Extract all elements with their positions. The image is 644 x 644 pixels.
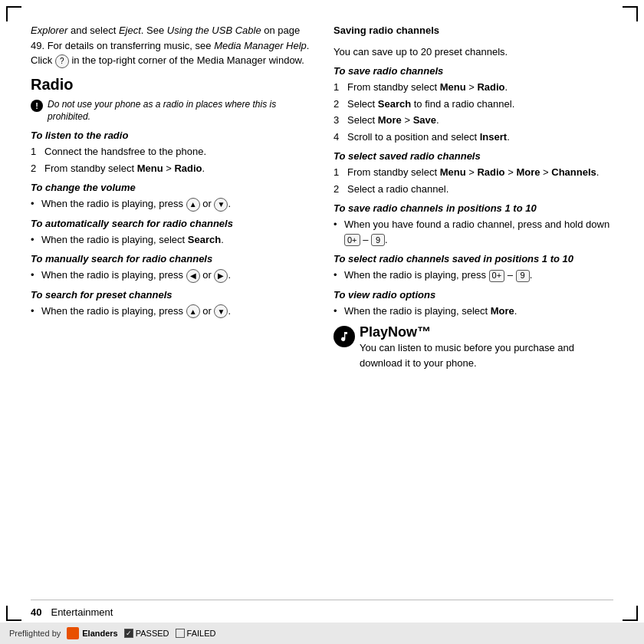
select-saved-step-1: 1 From standby select Menu > Radio > Mor… — [334, 165, 613, 180]
volume-step-1: • When the radio is playing, press ▲ or … — [31, 196, 310, 212]
save-step-1: 1 From standby select Menu > Radio. — [334, 80, 613, 95]
passed-box: ✓ PASSED — [124, 629, 169, 638]
notice-text: Do not use your phone as a radio in plac… — [48, 98, 310, 124]
select-positions-list: • When the radio is playing, press 0+ – … — [334, 268, 613, 283]
key-9-2: 9 — [516, 270, 530, 282]
manual-search-heading: To manually search for radio channels — [31, 253, 310, 264]
save-steps-list: 1 From standby select Menu > Radio. 2 Se… — [334, 80, 613, 144]
page-number-line: 40 Entertainment — [31, 606, 613, 618]
save-heading: To save radio channels — [334, 65, 613, 77]
down-nav-arrow: ▼ — [214, 304, 228, 318]
radio-title: Radio — [31, 76, 310, 94]
listen-step-2: 2 From standby select Menu > Radio. — [31, 161, 310, 176]
intro-paragraph: Explorer and select Eject. See Using the… — [31, 23, 310, 68]
corner-mark-tr — [623, 6, 638, 21]
save-step-3: 3 Select More > Save. — [334, 113, 613, 128]
save-step-4: 4 Scroll to a position and select Insert… — [334, 130, 613, 145]
key-9: 9 — [371, 234, 385, 246]
footer-divider — [31, 600, 613, 600]
volume-heading: To change the volume — [31, 182, 310, 193]
view-options-step-1: • When the radio is playing, select More… — [334, 304, 613, 319]
intro-usb: Using the USB Cable — [167, 25, 261, 36]
intro-italic: Explorer — [31, 25, 67, 36]
listen-steps-list: 1 Connect the handsfree to the phone. 2 … — [31, 144, 310, 176]
right-column: Saving radio channels You can save up to… — [334, 23, 613, 376]
saving-title: Saving radio channels — [334, 25, 439, 36]
elanders-logo: Elanders — [67, 627, 117, 639]
preset-step-1: • When the radio is playing, press ▲ or … — [31, 304, 310, 319]
corner-mark-br — [623, 606, 638, 621]
saving-desc: You can save up to 20 preset channels. — [334, 44, 613, 60]
view-options-heading: To view radio options — [334, 289, 613, 301]
playnow-content: PlayNow™ You can listen to music before … — [360, 324, 613, 376]
save-step-2: 2 Select Search to find a radio channel. — [334, 97, 613, 112]
save-positions-step-1: • When you have found a radio channel, p… — [334, 217, 613, 247]
footer: 40 Entertainment — [31, 595, 613, 621]
passed-checkbox: ✓ — [124, 629, 133, 638]
up-nav-arrow: ▲ — [186, 304, 200, 318]
page-number: 40 — [31, 606, 41, 618]
failed-box: FAILED — [176, 629, 216, 638]
playnow-desc: You can listen to music before you purch… — [360, 340, 613, 370]
playnow-title: PlayNow™ — [360, 324, 613, 340]
page-container: Explorer and select Eject. See Using the… — [0, 0, 644, 644]
failed-checkbox — [176, 629, 185, 638]
select-positions-step-1: • When the radio is playing, press 0+ – … — [334, 268, 613, 283]
corner-mark-bl — [6, 606, 21, 621]
select-saved-list: 1 From standby select Menu > Radio > Mor… — [334, 165, 613, 196]
listen-step-1: 1 Connect the handsfree to the phone. — [31, 144, 310, 159]
playnow-section: PlayNow™ You can listen to music before … — [334, 324, 613, 376]
select-saved-heading: To select saved radio channels — [334, 150, 613, 162]
volume-steps-list: • When the radio is playing, press ▲ or … — [31, 196, 310, 212]
intro-eject: Eject — [119, 25, 141, 36]
preflighted-label: Preflighted by — [9, 629, 61, 638]
failed-label: FAILED — [187, 629, 216, 638]
auto-search-heading: To automatically search for radio channe… — [31, 218, 310, 229]
save-positions-list: • When you have found a radio channel, p… — [334, 217, 613, 247]
manual-search-step-1: • When the radio is playing, press ◀ or … — [31, 268, 310, 283]
down-arrow: ▼ — [214, 198, 228, 212]
listen-heading: To listen to the radio — [31, 130, 310, 141]
preset-list: • When the radio is playing, press ▲ or … — [31, 304, 310, 319]
auto-search-list: • When the radio is playing, select Sear… — [31, 232, 310, 248]
notice-icon: ! — [31, 100, 43, 112]
preset-heading: To search for preset channels — [31, 289, 310, 301]
corner-mark-tl — [6, 6, 21, 21]
view-options-list: • When the radio is playing, select More… — [334, 304, 613, 319]
save-positions-heading: To save radio channels in positions 1 to… — [334, 202, 613, 214]
passed-label: PASSED — [136, 629, 169, 638]
elanders-icon — [67, 627, 79, 639]
preflighted-bar: Preflighted by Elanders ✓ PASSED FAILED — [0, 623, 644, 644]
music-note-icon — [338, 330, 350, 343]
left-column: Explorer and select Eject. See Using the… — [31, 23, 310, 376]
notice-box: ! Do not use your phone as a radio in pl… — [31, 98, 310, 124]
help-icon-inline: ? — [55, 54, 69, 68]
key-0plus-2: 0+ — [489, 270, 505, 282]
key-0plus: 0+ — [344, 234, 360, 246]
content-area: Explorer and select Eject. See Using the… — [0, 0, 644, 376]
saving-title-p: Saving radio channels — [334, 23, 613, 38]
auto-search-step-1: • When the radio is playing, select Sear… — [31, 232, 310, 248]
intro-media: Media Manager Help — [214, 40, 307, 51]
right-arrow: ▶ — [214, 269, 228, 283]
playnow-icon — [334, 326, 355, 347]
select-positions-heading: To select radio channels saved in positi… — [334, 253, 613, 264]
manual-search-list: • When the radio is playing, press ◀ or … — [31, 268, 310, 283]
select-saved-step-2: 2 Select a radio channel. — [334, 182, 613, 197]
page-label: Entertainment — [51, 606, 113, 618]
up-arrow: ▲ — [186, 198, 200, 212]
left-arrow: ◀ — [186, 269, 200, 283]
elanders-brand: Elanders — [82, 629, 117, 638]
